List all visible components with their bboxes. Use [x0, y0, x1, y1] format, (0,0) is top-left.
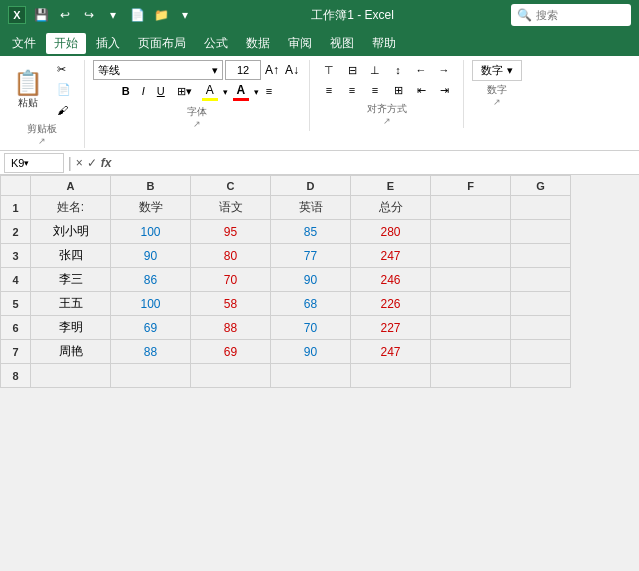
cell-G2[interactable] [511, 220, 571, 244]
align-expand[interactable]: ↗ [383, 116, 391, 126]
align-left-button[interactable]: ≡ [318, 80, 340, 100]
col-header-E[interactable]: E [351, 176, 431, 196]
cell-B2[interactable]: 100 [111, 220, 191, 244]
cell-A3[interactable]: 张四 [31, 244, 111, 268]
align-bottom-button[interactable]: ⊥ [364, 60, 386, 80]
font-name-dropdown[interactable]: ▾ [212, 64, 218, 77]
cell-B6[interactable]: 69 [111, 316, 191, 340]
cell-E3[interactable]: 247 [351, 244, 431, 268]
custom-icon[interactable]: ▾ [176, 6, 194, 24]
indent-increase-button[interactable]: → [433, 60, 455, 80]
redo-icon[interactable]: ↪ [80, 6, 98, 24]
cell-B3[interactable]: 90 [111, 244, 191, 268]
font-grow-button[interactable]: A↑ [263, 60, 281, 80]
align-top-button[interactable]: ⊤ [318, 60, 340, 80]
confirm-icon[interactable]: ✓ [87, 156, 97, 170]
row-header-7[interactable]: 7 [1, 340, 31, 364]
indent-right-button[interactable]: ⇥ [433, 80, 455, 100]
cell-G7[interactable] [511, 340, 571, 364]
text-direction-button[interactable]: ↕ [387, 60, 409, 80]
cell-A2[interactable]: 刘小明 [31, 220, 111, 244]
cell-G3[interactable] [511, 244, 571, 268]
align-middle-button[interactable]: ⊟ [341, 60, 363, 80]
menu-review[interactable]: 审阅 [280, 33, 320, 54]
border-button[interactable]: ⊞▾ [172, 82, 197, 101]
cell-B5[interactable]: 100 [111, 292, 191, 316]
cell-A5[interactable]: 王五 [31, 292, 111, 316]
fill-color-button[interactable]: A [199, 81, 221, 103]
cell-A8[interactable] [31, 364, 111, 388]
fill-dropdown[interactable]: ▾ [223, 87, 228, 97]
menu-formula[interactable]: 公式 [196, 33, 236, 54]
font-color-dropdown[interactable]: ▾ [254, 87, 259, 97]
cell-C1[interactable]: 语文 [191, 196, 271, 220]
cell-E2[interactable]: 280 [351, 220, 431, 244]
cell-E4[interactable]: 246 [351, 268, 431, 292]
cell-C8[interactable] [191, 364, 271, 388]
cell-G1[interactable] [511, 196, 571, 220]
cell-G4[interactable] [511, 268, 571, 292]
cell-D6[interactable]: 70 [271, 316, 351, 340]
number-expand[interactable]: ↗ [493, 97, 501, 107]
cell-C7[interactable]: 69 [191, 340, 271, 364]
cell-G5[interactable] [511, 292, 571, 316]
cell-G8[interactable] [511, 364, 571, 388]
cell-B8[interactable] [111, 364, 191, 388]
cell-E8[interactable] [351, 364, 431, 388]
cell-F2[interactable] [431, 220, 511, 244]
cell-F1[interactable] [431, 196, 511, 220]
bold-button[interactable]: B [117, 82, 135, 101]
font-name-box[interactable]: 等线 ▾ [93, 60, 223, 80]
cell-ref-box[interactable]: K9 ▾ [4, 153, 64, 173]
cell-F4[interactable] [431, 268, 511, 292]
font-shrink-button[interactable]: A↓ [283, 60, 301, 80]
row-header-1[interactable]: 1 [1, 196, 31, 220]
cell-D2[interactable]: 85 [271, 220, 351, 244]
cell-ref-dropdown[interactable]: ▾ [24, 158, 29, 168]
copy-button[interactable]: 📄 [52, 80, 76, 99]
menu-data[interactable]: 数据 [238, 33, 278, 54]
indent-left-button[interactable]: ⇤ [410, 80, 432, 100]
cell-C4[interactable]: 70 [191, 268, 271, 292]
cell-D4[interactable]: 90 [271, 268, 351, 292]
cancel-icon[interactable]: × [76, 156, 83, 170]
cell-F8[interactable] [431, 364, 511, 388]
cell-E6[interactable]: 227 [351, 316, 431, 340]
italic-button[interactable]: I [137, 82, 150, 101]
font-size-box[interactable]: 12 [225, 60, 261, 80]
cell-C6[interactable]: 88 [191, 316, 271, 340]
search-input[interactable] [536, 9, 616, 21]
save-icon[interactable]: 💾 [32, 6, 50, 24]
align-center-button[interactable]: ≡ [341, 80, 363, 100]
func-icon[interactable]: fx [101, 156, 112, 170]
cell-D7[interactable]: 90 [271, 340, 351, 364]
menu-pagelayout[interactable]: 页面布局 [130, 33, 194, 54]
row-header-5[interactable]: 5 [1, 292, 31, 316]
cell-E5[interactable]: 226 [351, 292, 431, 316]
row-header-4[interactable]: 4 [1, 268, 31, 292]
col-header-A[interactable]: A [31, 176, 111, 196]
folder-icon[interactable]: 📁 [152, 6, 170, 24]
merge-button[interactable]: ⊞ [387, 80, 409, 100]
cell-A1[interactable]: 姓名: [31, 196, 111, 220]
cell-D8[interactable] [271, 364, 351, 388]
cell-E7[interactable]: 247 [351, 340, 431, 364]
cell-G6[interactable] [511, 316, 571, 340]
cell-A6[interactable]: 李明 [31, 316, 111, 340]
col-header-D[interactable]: D [271, 176, 351, 196]
cell-D1[interactable]: 英语 [271, 196, 351, 220]
col-header-C[interactable]: C [191, 176, 271, 196]
cell-C5[interactable]: 58 [191, 292, 271, 316]
cell-B7[interactable]: 88 [111, 340, 191, 364]
menu-view[interactable]: 视图 [322, 33, 362, 54]
menu-insert[interactable]: 插入 [88, 33, 128, 54]
font-expand[interactable]: ↗ [193, 119, 201, 129]
cell-A4[interactable]: 李三 [31, 268, 111, 292]
undo-icon[interactable]: ↩ [56, 6, 74, 24]
file-icon[interactable]: 📄 [128, 6, 146, 24]
cell-F5[interactable] [431, 292, 511, 316]
cell-E1[interactable]: 总分 [351, 196, 431, 220]
align-right-button[interactable]: ≡ [364, 80, 386, 100]
row-header-6[interactable]: 6 [1, 316, 31, 340]
underline-button[interactable]: U [152, 82, 170, 101]
